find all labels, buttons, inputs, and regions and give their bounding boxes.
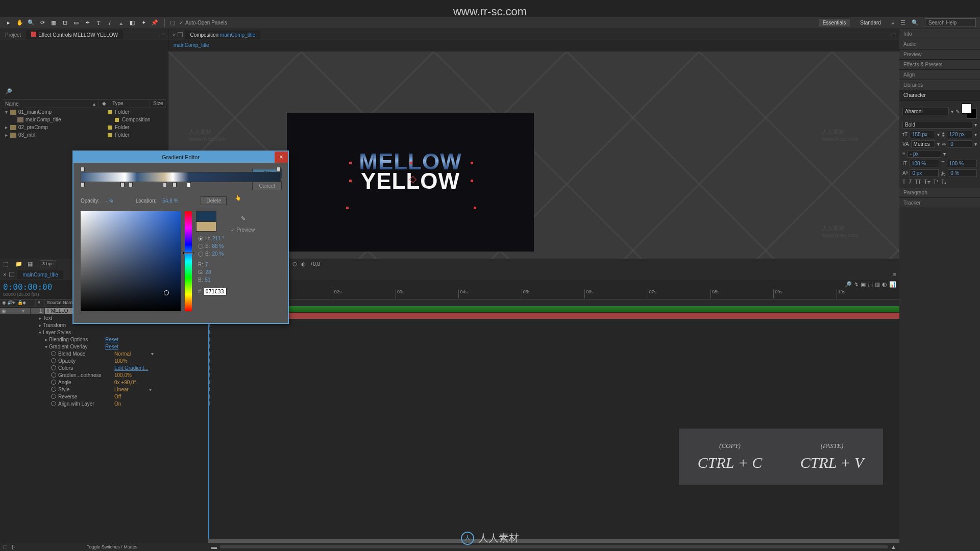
dialog-close-button[interactable]: × — [275, 152, 288, 163]
color-stop[interactable] — [81, 182, 85, 187]
col-label[interactable]: ◆ — [99, 99, 109, 108]
color-stop[interactable] — [173, 182, 177, 187]
panel-menu-icon[interactable]: ≡ — [159, 32, 168, 38]
eraser-tool-icon[interactable]: ◧ — [128, 18, 137, 28]
s-radio[interactable] — [198, 244, 203, 249]
opacity-stop[interactable] — [81, 167, 85, 172]
title-text-layer[interactable]: MELLOW YELLOW — [359, 152, 462, 190]
comp-lock-icon[interactable] — [178, 32, 183, 37]
tab-close-icon[interactable]: × — [3, 271, 6, 278]
h-value[interactable]: 211 ° — [212, 236, 224, 241]
dialog-titlebar[interactable]: Gradient Editor × — [74, 152, 288, 163]
s-value[interactable]: 86 % — [212, 243, 224, 249]
new-folder-icon[interactable]: 📁 — [15, 261, 22, 267]
interpret-icon[interactable]: ⬚ — [3, 261, 10, 267]
align-panel-header[interactable]: Align — [899, 70, 980, 80]
selection-handle[interactable] — [349, 162, 352, 164]
faux-italic-icon[interactable]: T — [909, 179, 912, 185]
property-row[interactable]: ▸Blending OptionsReset — [0, 336, 899, 343]
motion-blur-icon[interactable]: ◐ — [882, 281, 887, 288]
hscale-input[interactable]: 100 % — [947, 160, 977, 167]
project-item[interactable]: mainComp_titleComposition — [2, 116, 166, 123]
b-value[interactable]: 20 % — [212, 251, 224, 257]
effect-controls-tab[interactable]: Effect Controls MELLOW YELLOW — [26, 30, 123, 39]
location-value[interactable]: 54,8 % — [162, 198, 178, 204]
col-name[interactable]: Name▴ — [2, 99, 99, 108]
preview-panel-header[interactable]: Preview — [899, 49, 980, 60]
project-item[interactable]: ▸03_mtrlFolder — [2, 131, 166, 139]
info-panel-header[interactable]: Info — [899, 29, 980, 39]
opacity-stop[interactable] — [277, 167, 281, 172]
property-row[interactable]: Angle0x +90,0° — [0, 379, 899, 386]
paragraph-panel-header[interactable]: Paragraph — [899, 188, 980, 198]
small-caps-icon[interactable]: Tᴛ — [924, 179, 930, 185]
panel-menu-icon[interactable]: ≡ — [893, 271, 896, 278]
exposure-icon[interactable]: ◐ — [301, 261, 306, 267]
playhead[interactable] — [208, 306, 209, 543]
col-size[interactable]: Size — [150, 99, 165, 108]
col-audio[interactable]: 🔊 — [5, 299, 10, 307]
saturation-value-field[interactable] — [81, 211, 181, 311]
snap-icon[interactable]: ⬚ — [168, 18, 177, 28]
search-help-input[interactable]: Search Help — [925, 18, 976, 27]
col-solo[interactable]: ● — [10, 299, 15, 307]
workspace-chevron-icon[interactable]: » — [891, 20, 894, 26]
timeline-tab[interactable]: mainComp_title — [17, 270, 63, 279]
exposure-value[interactable]: +0,0 — [310, 261, 320, 267]
hex-input[interactable] — [203, 288, 227, 295]
color-stop-selected[interactable] — [187, 182, 191, 187]
new-comp-icon[interactable]: ▦ — [28, 261, 35, 267]
faux-bold-icon[interactable]: T — [902, 179, 905, 185]
zoom-in-icon[interactable]: ▲ — [891, 544, 896, 550]
hand-tool-icon[interactable]: ✋ — [15, 18, 24, 28]
vscale-input[interactable]: 100 % — [909, 160, 940, 167]
libraries-panel-header[interactable]: Libraries — [899, 80, 980, 90]
gradient-ramp[interactable] — [81, 168, 281, 187]
selection-handle[interactable] — [471, 162, 473, 164]
leading-input[interactable]: 120 px — [947, 131, 972, 138]
h-radio[interactable] — [198, 236, 203, 241]
opacity-value[interactable]: - % — [106, 198, 113, 204]
eyedropper-icon[interactable]: ✎ — [241, 215, 255, 222]
workspace-essentials[interactable]: Essentials — [819, 19, 850, 27]
time-ruler[interactable]: 02s03s04s05s06s07s08s09s10s — [208, 289, 899, 298]
comp-flowchart-icon[interactable]: ⬡ — [292, 261, 297, 267]
time-navigator[interactable] — [208, 539, 899, 543]
workspace-standard[interactable]: Standard — [856, 19, 885, 27]
search-icon[interactable]: 🔎 — [845, 281, 852, 288]
zoom-slider[interactable] — [220, 545, 888, 548]
layer-duration-bar[interactable] — [208, 313, 899, 319]
tracking-input[interactable]: 0 — [948, 140, 972, 148]
col-label[interactable]: ◆ — [20, 299, 36, 307]
col-lock[interactable]: 🔒 — [15, 299, 20, 307]
subscript-icon[interactable]: T₁ — [941, 179, 946, 185]
tab-close-icon[interactable]: × — [173, 32, 176, 38]
selection-handle[interactable] — [349, 180, 352, 182]
superscript-icon[interactable]: T¹ — [934, 179, 938, 185]
sort-icon[interactable]: ▴ — [93, 101, 95, 107]
selection-handle[interactable] — [410, 162, 412, 164]
project-item[interactable]: ▾01_mainCompFolder — [2, 108, 166, 116]
comp-mini-flowchart-icon[interactable]: ↯ — [854, 281, 859, 288]
color-stop[interactable] — [163, 182, 167, 187]
composition-breadcrumb[interactable]: mainComp_title — [168, 40, 899, 50]
zoom-tool-icon[interactable]: 🔍 — [27, 18, 36, 28]
workspace-menu-icon[interactable]: ☰ — [900, 19, 905, 26]
bpc-button[interactable]: 8 bpc — [40, 260, 56, 267]
delete-stop-button[interactable]: Delete — [201, 196, 227, 205]
property-row[interactable]: ▾Gradient OverlayReset — [0, 343, 899, 350]
kerning-dropdown[interactable]: Metrics — [911, 140, 936, 148]
toggle-switch-icon[interactable]: ⬚ — [3, 544, 8, 549]
draft-3d-icon[interactable]: ▣ — [861, 281, 866, 288]
tracker-panel-header[interactable]: Tracker — [899, 198, 980, 208]
puppet-tool-icon[interactable]: 📌 — [150, 18, 159, 28]
effects-panel-header[interactable]: Effects & Presets — [899, 60, 980, 70]
col-number[interactable]: # — [36, 299, 45, 307]
property-row[interactable]: Blend ModeNormal ▾ — [0, 350, 899, 357]
property-row[interactable]: Opacity100% — [0, 357, 899, 364]
preview-checkbox[interactable]: ✓Preview — [231, 227, 255, 233]
hide-shy-icon[interactable]: ⬚ — [868, 281, 873, 288]
tsume-input[interactable]: 0 % — [948, 169, 977, 177]
font-weight-dropdown[interactable]: Bold — [902, 121, 972, 129]
b-radio[interactable] — [198, 252, 203, 257]
